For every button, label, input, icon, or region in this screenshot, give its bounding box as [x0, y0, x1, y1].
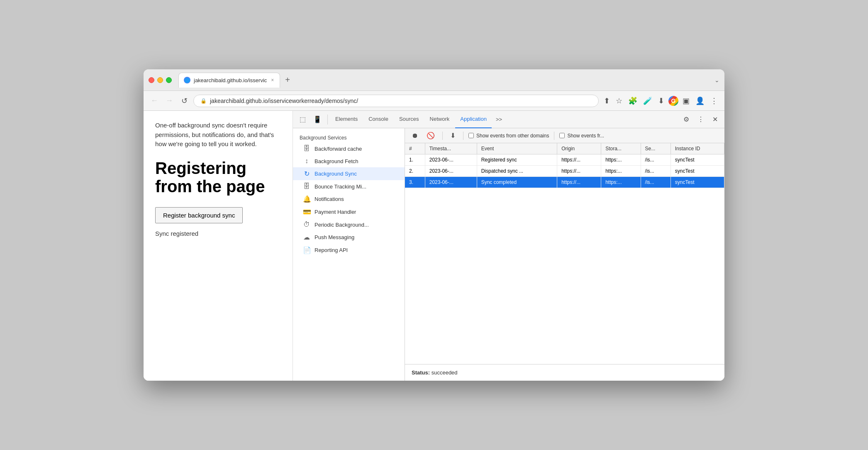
col-timestamp: Timestа...	[425, 143, 477, 154]
sidebar-label-payment: Payment Handler	[315, 209, 356, 215]
sidebar-item-periodic-background[interactable]: ⏱ Periodic Background...	[293, 218, 405, 231]
tab-chevron-icon[interactable]: ⌄	[714, 77, 719, 83]
payment-icon: 💳	[303, 208, 310, 216]
col-origin: Origin	[557, 143, 601, 154]
sidebar-label-bg-fetch: Background Fetch	[315, 158, 358, 164]
sidebar-item-background-sync[interactable]: ↻ Background Sync	[293, 167, 405, 180]
devtools-menu-icon[interactable]: ⋮	[694, 114, 707, 125]
address-text: jakearchibald.github.io/isserviceworkerr…	[210, 98, 358, 104]
col-service: Se...	[641, 143, 671, 154]
status-value: succeeded	[432, 369, 458, 376]
cell-2-row-0: Registered sync	[477, 154, 557, 166]
cell-0-row-0: 1.	[405, 154, 425, 166]
tab-sources[interactable]: Sources	[394, 111, 424, 128]
fetch-icon: ↕	[303, 157, 310, 165]
tab-elements[interactable]: Elements	[330, 111, 363, 128]
cell-2-row-1: Dispatched sync ...	[477, 166, 557, 177]
col-num: #	[405, 143, 425, 154]
devtools-right-icons: ⚙ ⋮ ✕	[680, 114, 721, 125]
share-icon[interactable]: ⬆	[602, 95, 612, 107]
dt-toolbar: ⏺ 🚫 ⬇ Show events from other domains Sh	[405, 128, 724, 143]
show-events-checkbox-label[interactable]: Show events from other domains	[468, 133, 549, 139]
minimize-traffic-light[interactable]	[157, 77, 163, 83]
bookmark-icon[interactable]: ☆	[614, 95, 624, 107]
tab-bar: 🌐 jakearchibald.github.io/isservic × +	[178, 73, 711, 88]
sidebar-icon[interactable]: ▣	[681, 95, 691, 107]
back-button[interactable]: ←	[149, 95, 160, 107]
menu-dots-icon[interactable]: ⋮	[709, 95, 719, 107]
devtools-body: Background Services 🗄 Back/forward cache…	[293, 128, 724, 381]
sidebar-label-reporting: Reporting API	[315, 247, 348, 253]
extension-icon[interactable]: 🧩	[627, 95, 639, 107]
maximize-traffic-light[interactable]	[166, 77, 172, 83]
tab-console[interactable]: Console	[363, 111, 393, 128]
sidebar-label-periodic: Periodic Background...	[315, 222, 369, 228]
col-instance: Instance ID	[671, 143, 724, 154]
cell-5-row-2: /is...	[641, 177, 671, 188]
table-row[interactable]: 2.2023-06-...Dispatched sync ...https://…	[405, 166, 724, 177]
profile-icon[interactable]: 👤	[694, 95, 706, 107]
sidebar-label-push: Push Messaging	[315, 234, 354, 240]
sidebar-label-back-forward: Back/forward cache	[315, 146, 362, 152]
tab-favicon: 🌐	[184, 77, 190, 83]
cell-1-row-1: 2023-06-...	[425, 166, 477, 177]
table-row[interactable]: 1.2023-06-...Registered synchttps://...h…	[405, 154, 724, 166]
tab-network[interactable]: Network	[425, 111, 455, 128]
more-tabs-btn[interactable]: >>	[493, 115, 505, 124]
show-events-checkbox[interactable]	[468, 133, 474, 138]
events-table-container[interactable]: # Timestа... Event Origin Stora... Se...…	[405, 143, 724, 364]
settings-icon[interactable]: ⚙	[680, 114, 692, 125]
sidebar-label-bg-sync: Background Sync	[315, 171, 357, 177]
download-icon[interactable]: ⬇	[656, 95, 666, 107]
bounce-icon: 🗄	[303, 183, 310, 190]
show-events2-checkbox-label[interactable]: Show events fr...	[559, 133, 604, 139]
tab-application[interactable]: Application	[455, 111, 492, 128]
devtools-sidebar: Background Services 🗄 Back/forward cache…	[293, 128, 405, 381]
sidebar-label-notif: Notifications	[315, 196, 344, 202]
sidebar-item-background-fetch[interactable]: ↕ Background Fetch	[293, 155, 405, 167]
cell-5-row-1: /is...	[641, 166, 671, 177]
element-picker-icon[interactable]: ⬚	[296, 114, 309, 125]
sidebar-item-push-messaging[interactable]: ☁ Push Messaging	[293, 231, 405, 244]
cell-1-row-0: 2023-06-...	[425, 154, 477, 166]
col-storage: Stora...	[601, 143, 641, 154]
sidebar-label-bounce: Bounce Tracking Mi...	[315, 183, 366, 190]
browser-tab[interactable]: 🌐 jakearchibald.github.io/isservic ×	[178, 73, 280, 88]
cell-3-row-1: https://...	[557, 166, 601, 177]
sidebar-item-payment-handler[interactable]: 💳 Payment Handler	[293, 205, 405, 218]
tab-title: jakearchibald.github.io/isservic	[194, 77, 267, 83]
refresh-button[interactable]: ↺	[178, 95, 190, 107]
table-row[interactable]: 3.2023-06-...Sync completedhttps://...ht…	[405, 177, 724, 188]
google-icon[interactable]: G	[668, 96, 678, 106]
sidebar-item-notifications[interactable]: 🔔 Notifications	[293, 193, 405, 205]
cell-4-row-2: https:...	[601, 177, 641, 188]
webpage-heading: Registering from the page	[155, 159, 281, 196]
show-events2-checkbox[interactable]	[559, 133, 565, 138]
sidebar-item-reporting-api[interactable]: 📄 Reporting API	[293, 244, 405, 257]
devtools-close-icon[interactable]: ✕	[709, 114, 721, 125]
cell-0-row-1: 2.	[405, 166, 425, 177]
download-events-button[interactable]: ⬇	[448, 131, 458, 140]
tab-divider	[327, 115, 328, 125]
cell-5-row-0: /is...	[641, 154, 671, 166]
show-events2-label: Show events fr...	[567, 133, 604, 139]
sidebar-item-back-forward-cache[interactable]: 🗄 Back/forward cache	[293, 142, 405, 155]
tab-close-btn[interactable]: ×	[270, 76, 275, 84]
show-events-label: Show events from other domains	[476, 133, 549, 139]
sidebar-item-bounce-tracking[interactable]: 🗄 Bounce Tracking Mi...	[293, 180, 405, 193]
forward-button[interactable]: →	[163, 95, 175, 107]
lab-icon[interactable]: 🧪	[641, 95, 654, 107]
cell-4-row-0: https:...	[601, 154, 641, 166]
lock-icon: 🔒	[200, 98, 207, 104]
new-tab-btn[interactable]: +	[283, 75, 293, 85]
register-sync-button[interactable]: Register background sync	[155, 207, 243, 223]
cell-4-row-1: https:...	[601, 166, 641, 177]
record-button[interactable]: ⏺	[409, 131, 421, 140]
address-actions: ⬆ ☆ 🧩 🧪 ⬇ G ▣ 👤 ⋮	[602, 95, 719, 107]
device-toolbar-icon[interactable]: 📱	[310, 114, 325, 125]
clear-button[interactable]: 🚫	[424, 131, 437, 140]
webpage-intro: One-off background sync doesn't require …	[155, 121, 281, 149]
address-input[interactable]: 🔒 jakearchibald.github.io/isserviceworke…	[193, 95, 599, 107]
cell-2-row-2: Sync completed	[477, 177, 557, 188]
close-traffic-light[interactable]	[149, 77, 154, 83]
